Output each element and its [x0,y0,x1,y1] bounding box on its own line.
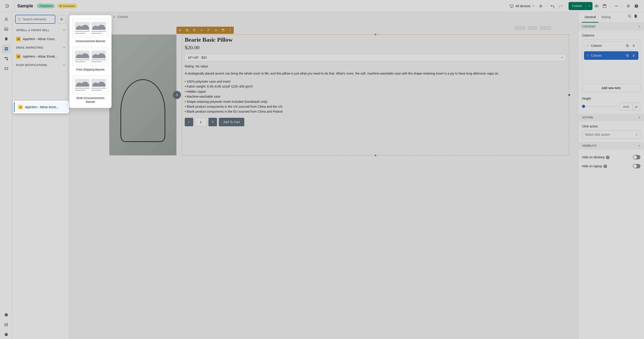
quantity-decrease-button[interactable]: − [185,118,193,126]
rail-outline-button[interactable] [2,15,11,24]
rail-add-button[interactable] [2,54,11,63]
save-button[interactable] [600,2,608,10]
svg-rect-14 [5,28,8,30]
toolbar-save-button[interactable] [220,27,226,34]
help-icon[interactable]: ? [604,164,607,168]
chevron-down-icon [63,64,65,66]
rail-media-button[interactable] [2,64,11,73]
panel-settings-button[interactable] [57,15,66,24]
chevron-down-icon [638,26,640,28]
section-content[interactable]: CONTENT [578,23,644,30]
svg-rect-17 [6,47,8,48]
document-icon [634,14,637,18]
toolbar-flag-button[interactable] [205,27,212,34]
variant-selector[interactable]: 18"×18" - $20 [185,54,566,61]
publish-dropdown[interactable] [586,2,592,10]
svg-point-38 [587,46,587,46]
column-delete-button[interactable] [632,44,636,48]
product-image [109,34,176,156]
svg-rect-18 [5,49,6,50]
breadcrumb-item[interactable]: Column [117,15,128,18]
section-email[interactable]: EMAIL MARKETING [12,44,69,52]
column-delete-button[interactable] [632,53,636,58]
svg-point-47 [588,55,588,55]
toolbar-copy-button[interactable] [184,27,191,34]
height-unit[interactable]: px [632,103,640,110]
panel-doc-button[interactable] [634,14,640,20]
column-item-1[interactable]: Column [584,42,638,50]
app-icon: 📣 [16,37,20,41]
popover-item-multi-announce[interactable]: Multi Announcements Banner [71,74,110,105]
rail-apps-button[interactable] [2,44,11,53]
resize-handle-top[interactable] [374,33,377,36]
help-icon[interactable]: ? [606,156,610,159]
quantity-input[interactable] [195,118,207,126]
help-button[interactable]: ? [632,2,640,10]
hide-desktop-toggle[interactable] [633,155,640,160]
selected-column[interactable]: Bearie Basic Pillow $20.00 18"×18" - $20… [182,34,569,156]
slider-thumb[interactable] [582,105,585,108]
panel-search-button[interactable] [628,14,634,20]
svg-rect-20 [5,57,6,58]
toolbar-move-button[interactable] [176,27,184,34]
section-upsell[interactable]: UPSELL & CROSS SELL [12,26,69,34]
svg-rect-1 [510,5,513,7]
height-slider[interactable] [582,106,617,107]
section-visibility[interactable]: VISIBILITY [578,142,644,150]
search-input[interactable] [15,15,55,24]
publish-button[interactable]: Publish [568,2,592,10]
toolbar-duplicate-button[interactable] [212,27,220,34]
toolbar-collapse-button[interactable] [226,27,234,34]
redo-button[interactable] [557,2,565,10]
flag-icon [207,29,210,32]
columns-label: Columns [582,34,640,37]
resize-handle-right[interactable] [568,94,570,96]
trash-icon [632,44,635,47]
rail-image-button[interactable] [2,25,11,34]
element-item-email[interactable]: 📣 AppHero - Attrac Email... [12,52,69,61]
hide-laptop-toggle[interactable] [633,164,640,168]
popover-item-free-shipping[interactable]: Free Shipping Banner [71,46,110,73]
section-action[interactable]: ACTION [578,114,644,121]
more-button[interactable] [612,2,620,10]
device-selector[interactable]: All devices [508,3,537,10]
copy-icon [186,29,189,32]
drag-icon[interactable] [586,44,589,47]
popover-item-announcement[interactable]: Announcement Banner [71,17,110,44]
move-icon [178,29,182,32]
rail-code-button[interactable]: {/} [2,320,11,329]
rail-shopify-button[interactable] [2,34,11,44]
bullet-item: • Hidden zipper [185,89,566,94]
svg-text:?: ? [636,4,637,8]
resize-handle-bottom[interactable] [374,154,377,156]
tab-general[interactable]: General [582,12,598,22]
height-input[interactable] [620,103,632,110]
column-copy-button[interactable] [625,44,630,48]
toolbar-up-button[interactable] [198,27,205,34]
gear-button[interactable] [624,2,632,10]
add-new-item-button[interactable]: Add new item [582,84,640,92]
drag-icon[interactable] [586,54,589,57]
preview-button[interactable] [592,2,600,10]
tab-styling[interactable]: Styling [598,12,613,22]
settings-sliders-button[interactable] [537,2,545,10]
code-icon: {/} [4,323,8,327]
chevron-down-icon [63,29,65,31]
column-copy-button[interactable] [625,53,630,58]
bullet-item: • Shape-retaining polyester insert inclu… [185,99,566,104]
undo-button[interactable] [548,2,557,10]
clock-icon [4,313,8,317]
column-item-2[interactable]: Column [584,51,638,60]
rail-chat-button[interactable] [2,330,11,339]
quantity-increase-button[interactable]: + [208,118,217,126]
save-icon [222,29,224,32]
click-action-select[interactable]: Select click action [582,130,640,139]
back-button[interactable] [4,2,12,10]
section-push[interactable]: PUSH NOTIFICATIONS [12,61,69,69]
rail-history-button[interactable] [2,310,11,319]
add-to-cart-button[interactable]: Add To Cart [219,118,244,126]
unsaved-badge: Unsaved [57,4,77,8]
element-item-countdown[interactable]: 📣 AppHero - Attrac Coun... [12,34,69,44]
toolbar-delete-button[interactable] [191,27,198,34]
sliders-icon [539,4,543,8]
